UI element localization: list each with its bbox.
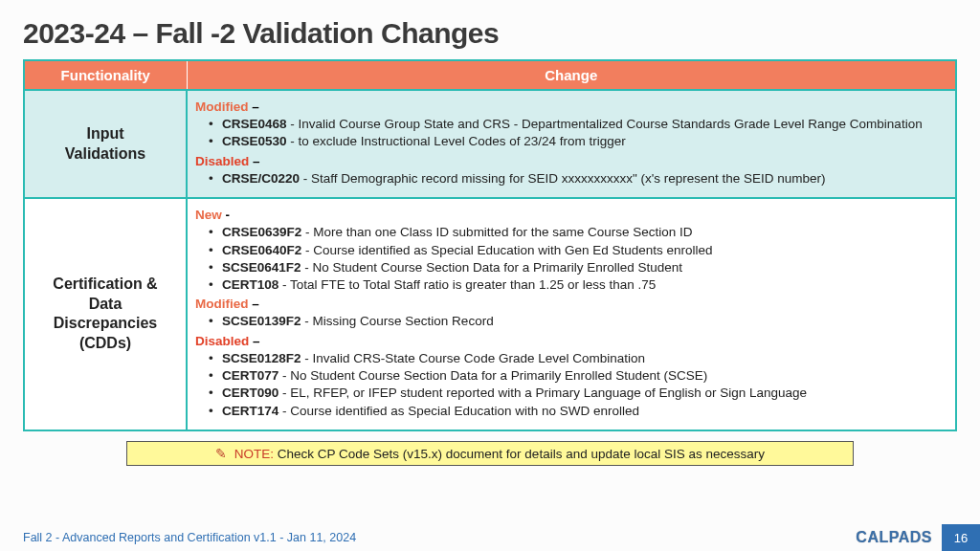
list-item: CRSE0639F2 - More than one Class ID subm… xyxy=(201,224,944,241)
item-text: - Missing Course Section Record xyxy=(301,314,494,328)
slide-title: 2023-24 – Fall -2 Validation Changes xyxy=(23,17,957,50)
footer: Fall 2 - Advanced Reports and Certificat… xyxy=(0,524,980,551)
list-item: CERT174 - Course identified as Special E… xyxy=(201,403,944,420)
note-text: Check CP Code Sets (v15.x) document for … xyxy=(274,447,765,461)
list-item: CRSE0468 - Invalid Course Group State an… xyxy=(201,116,944,133)
row-head: InputValidations xyxy=(24,90,187,198)
code: CRSE0468 xyxy=(222,117,287,131)
item-text: - No Student Course Section Data for a P… xyxy=(301,260,682,275)
item-text: - Total FTE to Total Staff ratio is grea… xyxy=(278,277,656,292)
footer-text: Fall 2 - Advanced Reports and Certificat… xyxy=(23,531,356,544)
note-label: NOTE: xyxy=(234,447,274,461)
item-text: - Course identified as Special Education… xyxy=(278,404,639,418)
code: CERT077 xyxy=(222,368,278,383)
change-tag: Modified xyxy=(195,99,249,114)
code: CRSE/C0220 xyxy=(222,171,300,186)
list-item: CERT108 - Total FTE to Total Staff ratio… xyxy=(201,276,944,294)
calpads-logo: CALPADS xyxy=(856,529,942,546)
list-item: CERT090 - EL, RFEP, or IFEP student repo… xyxy=(201,385,944,402)
item-text: - Staff Demographic record missing for S… xyxy=(300,171,826,186)
row-head: Certification &DataDiscrepancies(CDDs) xyxy=(24,198,187,430)
change-tag: Modified xyxy=(195,297,249,311)
code: CRSE0639F2 xyxy=(222,225,301,239)
list-item: CRSE0530 - to exclude Instructional Leve… xyxy=(201,133,944,150)
item-text: - No Student Course Section Data for a P… xyxy=(278,368,707,383)
change-tag: New xyxy=(195,208,222,222)
list-item: SCSE0641F2 - No Student Course Section D… xyxy=(201,259,944,276)
item-text: - Invalid CRS-State Course Code Grade Le… xyxy=(301,351,645,365)
list-item: SCSE0128F2 - Invalid CRS-State Course Co… xyxy=(201,350,944,367)
code: CERT090 xyxy=(222,386,278,400)
slide: 2023-24 – Fall -2 Validation Changes Fun… xyxy=(0,0,980,551)
change-tag: Disabled xyxy=(195,334,249,348)
code: CRSE0530 xyxy=(222,134,287,148)
changes-table: Functionality Change InputValidationsMod… xyxy=(23,59,957,431)
item-text: - Course identified as Special Education… xyxy=(301,243,712,257)
code: CRSE0640F2 xyxy=(222,243,301,257)
code: SCSE0641F2 xyxy=(222,260,301,275)
list-item: CRSE/C0220 - Staff Demographic record mi… xyxy=(201,170,944,187)
code: CERT174 xyxy=(222,404,278,418)
col-functionality: Functionality xyxy=(24,60,187,90)
change-tag: Disabled xyxy=(195,154,249,168)
row-content: Modified –CRSE0468 - Invalid Course Grou… xyxy=(187,90,956,198)
item-text: - to exclude Instructional Level Codes o… xyxy=(287,134,626,148)
note-bar: ✎ NOTE: Check CP Code Sets (v15.x) docum… xyxy=(126,441,854,466)
table-row: InputValidationsModified –CRSE0468 - Inv… xyxy=(24,90,956,198)
item-text: - Invalid Course Group State and CRS - D… xyxy=(287,117,923,131)
item-text: - More than one Class ID submitted for t… xyxy=(301,225,692,239)
row-content: New -CRSE0639F2 - More than one Class ID… xyxy=(187,198,956,430)
table-row: Certification &DataDiscrepancies(CDDs)Ne… xyxy=(24,198,956,430)
col-change: Change xyxy=(187,60,956,90)
page-number: 16 xyxy=(942,524,980,551)
pin-icon: ✎ xyxy=(215,447,227,461)
item-text: - EL, RFEP, or IFEP student reported wit… xyxy=(278,386,807,400)
code: SCSE0128F2 xyxy=(222,351,301,365)
list-item: CRSE0640F2 - Course identified as Specia… xyxy=(201,242,944,259)
code: CERT108 xyxy=(222,277,278,292)
list-item: CERT077 - No Student Course Section Data… xyxy=(201,367,944,385)
code: SCSE0139F2 xyxy=(222,314,301,328)
list-item: SCSE0139F2 - Missing Course Section Reco… xyxy=(201,313,944,330)
